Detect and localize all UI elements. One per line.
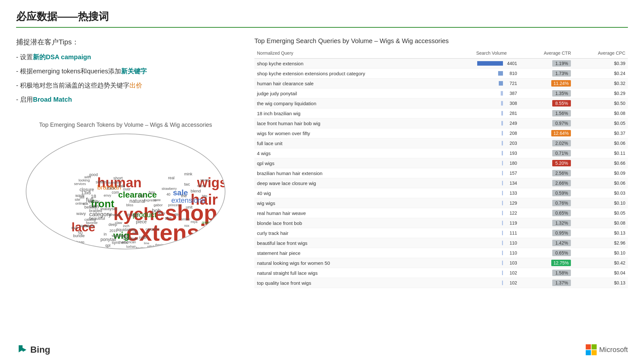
cpc-cell: $0.10: [573, 248, 628, 258]
query-cell: 40 wig: [254, 188, 443, 198]
highlight-dsa: 新的DSA campaign: [33, 53, 91, 60]
volume-number: 810: [505, 71, 517, 76]
col-ctr: Average CTR: [520, 49, 573, 59]
wordcloud-word: clip: [133, 231, 138, 234]
volume-bar: [502, 201, 503, 205]
ctr-cell: 2.66%: [520, 178, 573, 188]
ctr-badge: 0.97%: [552, 120, 571, 126]
ctr-cell: 1.56%: [520, 108, 573, 118]
wordcloud-word: inch: [123, 224, 129, 228]
microsoft-text: Microsoft: [599, 346, 628, 354]
wordcloud-word: american: [121, 240, 136, 244]
table-row: beautiful lace front wigs1101.42%$2.96: [254, 238, 628, 248]
wordcloud-word: paula: [175, 240, 182, 244]
ctr-badge: 2.02%: [552, 140, 571, 146]
ctr-badge: 2.66%: [552, 180, 571, 186]
query-cell: blonde lace front bob: [254, 218, 443, 228]
volume-number: 103: [505, 260, 517, 265]
wordcloud-word: quality: [88, 200, 99, 203]
ctr-badge: 0.95%: [552, 230, 571, 236]
table-row: wig wigs1290.76%$0.10: [254, 198, 628, 208]
wordcloud-word: unit: [186, 205, 193, 209]
volume-bar: [502, 141, 503, 145]
wordcloud-word: short: [113, 176, 123, 180]
ctr-badge: 1.56%: [552, 110, 571, 116]
highlight-bid: 出价: [129, 82, 142, 89]
wordcloud-word: lime: [144, 242, 149, 245]
table-row: judge judy ponytail3871.35%$0.29: [254, 88, 628, 98]
ctr-cell: 0.95%: [520, 228, 573, 238]
wordcloud-word: 100: [137, 194, 145, 198]
wordcloud-word: bliss: [126, 203, 133, 207]
wordcloud-word: malaysia: [100, 207, 117, 211]
wordcloud-word: box: [149, 190, 155, 194]
volume-number: 102: [505, 280, 517, 285]
wordcloud-word: coupons: [146, 227, 159, 231]
ctr-cell: 0.97%: [520, 118, 573, 128]
col-volume: Search Volume: [443, 49, 520, 59]
wordcloud-word: braided: [89, 209, 102, 213]
ctr-cell: 1.42%: [520, 238, 573, 248]
wordcloud-word: mink: [184, 172, 192, 176]
query-cell: beautiful lace front wigs: [254, 238, 443, 248]
page-title: 必应数据——热搜词: [16, 11, 109, 22]
volume-bar: [501, 121, 503, 125]
wordcloud-word: online: [75, 202, 85, 205]
wordcloud-word: eva: [71, 226, 78, 230]
wordcloud-word: real: [168, 176, 175, 180]
wordcloud-word: wavy: [76, 211, 86, 216]
query-cell: wig wigs: [254, 198, 443, 208]
ctr-cell: 0.59%: [520, 188, 573, 198]
query-cell: 4 wigs: [254, 148, 443, 158]
volume-cell: 110: [443, 248, 520, 258]
wordcloud-word: the: [181, 194, 187, 198]
volume-number: 119: [505, 220, 517, 226]
table-row: top quality lace front wigs1021.37%$0.13: [254, 278, 628, 288]
table-row: wigs for women over fifty20812.64%$0.37: [254, 128, 628, 138]
volume-cell: 133: [443, 188, 520, 198]
wordcloud-word: 18: [91, 194, 96, 199]
volume-bar: [502, 261, 503, 265]
query-cell: real human hair weave: [254, 208, 443, 218]
table-row: brazilian human hair extension1572.56%$0…: [254, 168, 628, 178]
volume-number: 387: [505, 91, 517, 96]
left-panel: 捕捉潜在客户Tips： - 设置新的DSA campaign - 根据emerg…: [16, 37, 235, 339]
table-row: 4 wigs1930.71%$0.11: [254, 148, 628, 158]
volume-cell: 249: [443, 118, 520, 128]
volume-number: 281: [505, 111, 517, 116]
wordcloud-word: over: [123, 187, 130, 191]
query-cell: human hair clearance sale: [254, 79, 443, 88]
volume-bar: [502, 271, 503, 275]
tip-item-4: - 启用Broad Match: [16, 95, 235, 104]
ctr-badge: 1.37%: [552, 280, 571, 286]
table-row: full lace unit2032.02%$0.06: [254, 138, 628, 148]
wordcloud-word: cheap: [75, 240, 84, 244]
cpc-cell: $0.03: [573, 188, 628, 198]
ctr-badge: 0.65%: [552, 250, 571, 256]
ctr-badge: 5.20%: [552, 160, 571, 166]
cpc-cell: $0.11: [573, 148, 628, 158]
volume-bar: [499, 81, 503, 86]
volume-number: 122: [505, 210, 517, 216]
query-cell: the wig company liquidation: [254, 98, 443, 108]
query-cell: wigs for women over fifty: [254, 128, 443, 138]
query-cell: top quality lace front wigs: [254, 278, 443, 288]
ctr-badge: 1.19%: [552, 60, 571, 67]
volume-number: 110: [505, 250, 517, 255]
ctr-badge: 1.35%: [552, 90, 571, 97]
ctr-cell: 11.24%: [520, 79, 573, 88]
table-row: natural looking wigs for women 5010312.7…: [254, 258, 628, 268]
wordcloud-word: glue: [165, 216, 172, 220]
cpc-cell: $0.06: [573, 178, 628, 188]
wordcloud-word: straight: [126, 213, 139, 217]
ms-grid-icon: [586, 344, 597, 355]
wordcloud-word: services: [74, 182, 86, 186]
table-row: curly track hair1110.95%$0.13: [254, 228, 628, 238]
col-cpc: Average CPC: [573, 49, 628, 59]
volume-bar: [498, 71, 503, 76]
volume-bar: [501, 101, 503, 106]
wordcloud-inner: extensionshopkychehairwigshumanlacefront…: [26, 134, 225, 249]
volume-cell: 203: [443, 138, 520, 148]
volume-cell: 208: [443, 128, 520, 138]
table-row: real human hair weave1220.65%$0.05: [254, 208, 628, 218]
